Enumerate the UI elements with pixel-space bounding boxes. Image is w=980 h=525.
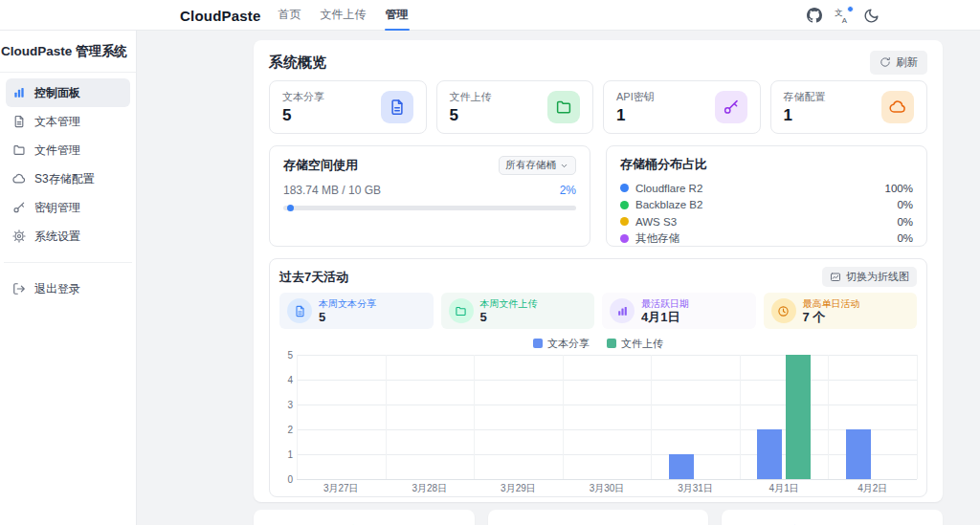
chart-toggle-button[interactable]: 切换为折线图 (822, 267, 917, 287)
bucket-color-dot (620, 201, 629, 209)
chart-y-tick: 3 (279, 400, 293, 410)
stat-card-3: API密钥1 (603, 80, 761, 134)
chart-vline (474, 355, 475, 479)
moon-icon[interactable] (863, 8, 880, 24)
storage-usage-title: 存储空间使用 (283, 157, 358, 174)
sidebar-item-label: 文本管理 (34, 114, 80, 130)
activity-stat-value: 4月1日 (641, 310, 689, 324)
nav-tab-2[interactable]: 文件上传 (321, 0, 367, 31)
storage-progress-bar (283, 206, 576, 210)
activity-stat-value: 7 个 (803, 310, 860, 324)
bucket-color-dot (620, 184, 629, 192)
activity-card: 过去7天活动 切换为折线图 本周文本分享5本周文件上传5最活跃日期4月1日最高单… (269, 258, 927, 497)
chart-y-tick: 4 (279, 375, 293, 385)
cloud-icon (881, 91, 914, 123)
chart-vline (828, 355, 829, 479)
info-card-1: 服务部署环境 (254, 510, 475, 525)
sidebar-footer: 退出登录 (0, 269, 136, 303)
sidebar-item-label: 文件管理 (34, 142, 80, 159)
chart-bar-文本分享[interactable] (669, 454, 694, 479)
github-icon[interactable] (807, 8, 822, 23)
stat-card-value: 1 (616, 106, 655, 125)
key-icon (715, 91, 747, 123)
bucket-distribution-card: 存储桶分布占比 Cloudflare R2100%Backblaze B20%A… (606, 145, 927, 247)
stat-card-text: 存储配置1 (784, 90, 826, 125)
chart-x-tick: 3月29日 (501, 482, 536, 495)
legend-item-1[interactable]: 文本分享 (533, 337, 590, 351)
sidebar-divider (4, 262, 132, 263)
legend-item-2[interactable]: 文件上传 (607, 337, 663, 351)
nav-actions: 文A (807, 0, 880, 31)
chart-vline (740, 355, 741, 479)
sidebar-item-1[interactable]: 控制面板 (6, 78, 130, 107)
bar-chart-icon (12, 86, 26, 99)
activity-stat-text: 本周文本分享5 (319, 298, 376, 324)
sidebar-item-2[interactable]: 文本管理 (6, 107, 130, 136)
document-icon (287, 298, 312, 323)
sidebar-item-label: 控制面板 (34, 85, 80, 101)
clock-icon (771, 298, 796, 323)
refresh-icon (880, 56, 891, 68)
bucket-filter-select[interactable]: 所有存储桶 (499, 156, 577, 175)
refresh-button[interactable]: 刷新 (870, 51, 927, 75)
sidebar-item-5[interactable]: 密钥管理 (6, 193, 130, 222)
chart-gridline (297, 380, 917, 381)
stat-card-label: 文本分享 (282, 90, 324, 104)
chevron-down-icon (560, 162, 568, 170)
sidebar-item-4[interactable]: S3存储配置 (6, 164, 130, 193)
stat-card-label: 文件上传 (450, 90, 492, 104)
nav-tab-1[interactable]: 首页 (278, 0, 301, 31)
chart-gridline (297, 454, 917, 455)
bucket-distribution-row: Backblaze B20% (620, 197, 913, 214)
storage-progress-indicator (287, 205, 294, 211)
notification-badge (847, 6, 854, 12)
sidebar-menu: 控制面板文本管理文件管理S3存储配置密钥管理系统设置 (0, 73, 136, 251)
bucket-distribution-row: Cloudflare R2100% (620, 180, 913, 197)
sidebar-item-label: 系统设置 (34, 229, 80, 245)
stat-card-value: 1 (784, 106, 826, 125)
document-icon (12, 115, 26, 128)
activity-stat-label: 最高单日活动 (803, 298, 860, 310)
bar-chart-icon (610, 298, 635, 323)
chart-x-tick: 3月28日 (412, 482, 448, 495)
info-card-3: 数据更新时间 (722, 510, 943, 525)
nav-tabs: 首页文件上传管理 (278, 0, 409, 31)
nav-tab-3[interactable]: 管理 (386, 0, 409, 31)
sidebar-item-label: S3存储配置 (34, 171, 95, 187)
translate-icon[interactable]: 文A (835, 8, 851, 24)
chart-bar-文本分享[interactable] (846, 429, 871, 479)
storage-row: 存储空间使用 所有存储桶 183.74 MB / 10 GB 2% (269, 145, 927, 247)
bucket-distribution-title: 存储桶分布占比 (620, 156, 913, 173)
legend-label: 文件上传 (621, 337, 663, 351)
bucket-distribution-row: 其他存储0% (620, 230, 913, 248)
overview-header: 系统概览 刷新 (269, 52, 927, 73)
folder-icon (12, 143, 26, 157)
sidebar-item-6[interactable]: 系统设置 (6, 222, 130, 251)
activity-stat-text: 本周文件上传5 (480, 298, 538, 324)
info-cards-row: 服务部署环境数据存储服务数据更新时间 (254, 510, 943, 525)
storage-usage-text: 183.74 MB / 10 GB (283, 184, 381, 197)
stat-card-text: 文本分享5 (282, 90, 324, 125)
sidebar-item-3[interactable]: 文件管理 (6, 136, 130, 164)
folder-icon (449, 298, 474, 323)
chart-legend: 文本分享文件上传 (279, 337, 917, 350)
chart-bar-文件上传[interactable] (786, 355, 811, 479)
bucket-label: AWS S3 (635, 216, 677, 228)
chart-x-tick: 4月1日 (769, 482, 799, 495)
chart-vline (386, 355, 387, 479)
bucket-label: Cloudflare R2 (635, 183, 702, 194)
stat-card-label: 存储配置 (784, 90, 826, 104)
storage-usage-card: 存储空间使用 所有存储桶 183.74 MB / 10 GB 2% (269, 145, 590, 247)
chart-x-axis: 3月27日3月28日3月29日3月30日3月31日4月1日4月2日 (297, 479, 917, 494)
legend-label: 文本分享 (547, 337, 590, 351)
chart-vline (651, 355, 652, 479)
activity-stat-text: 最活跃日期4月1日 (641, 298, 689, 324)
chart-toggle-label: 切换为折线图 (846, 270, 909, 284)
sidebar-item-logout[interactable]: 退出登录 (6, 274, 130, 303)
cloud-icon (12, 172, 26, 186)
chart-bar-文本分享[interactable] (757, 429, 782, 479)
app-logo[interactable]: CloudPaste (180, 8, 261, 24)
chart-y-tick: 0 (279, 474, 293, 485)
activity-stat-label: 最活跃日期 (641, 298, 689, 310)
chart-plot-area: 012345 (297, 355, 917, 479)
